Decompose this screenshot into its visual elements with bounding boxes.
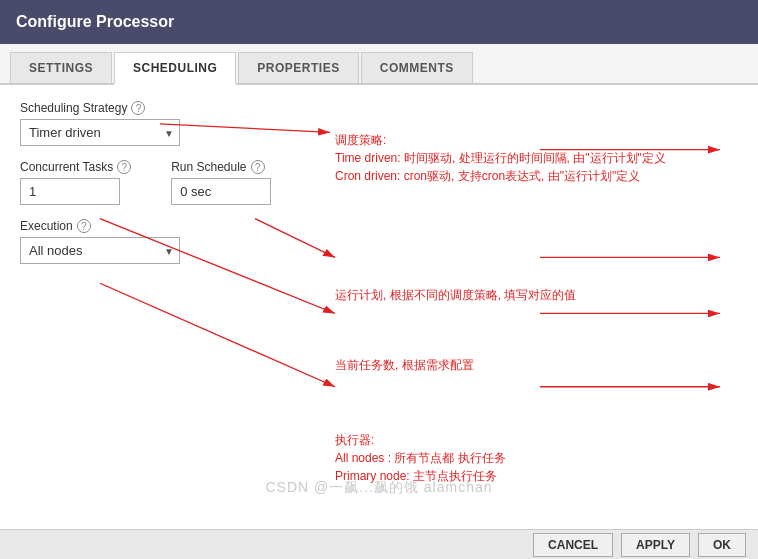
annotation-run-schedule: 运行计划, 根据不同的调度策略, 填写对应的值: [335, 286, 576, 304]
run-schedule-label: Run Schedule ?: [171, 160, 271, 174]
execution-select-wrapper: All nodes Primary node ▼: [20, 237, 180, 264]
execution-section: Execution ? All nodes Primary node ▼: [20, 219, 738, 264]
annotations-svg: [0, 85, 758, 529]
run-schedule-col: Run Schedule ?: [171, 160, 271, 219]
cancel-button[interactable]: CANCEL: [533, 533, 613, 557]
scheduling-strategy-label: Scheduling Strategy ?: [20, 101, 738, 115]
scheduling-strategy-select[interactable]: Timer driven Cron driven: [20, 119, 180, 146]
execution-label: Execution ?: [20, 219, 738, 233]
execution-select[interactable]: All nodes Primary node: [20, 237, 180, 264]
annotation-concurrent-tasks: 当前任务数, 根据需求配置: [335, 356, 474, 374]
dialog-title: Configure Processor: [16, 13, 174, 31]
concurrent-run-row: Concurrent Tasks ? Run Schedule ?: [20, 160, 738, 219]
ok-button[interactable]: OK: [698, 533, 746, 557]
scheduling-strategy-select-wrapper: Timer driven Cron driven ▼: [20, 119, 180, 146]
watermark: CSDN @一飙...飙的饿 alamchan: [0, 479, 758, 497]
concurrent-tasks-input[interactable]: [20, 178, 120, 205]
tab-settings[interactable]: SETTINGS: [10, 52, 112, 83]
concurrent-tasks-help-icon[interactable]: ?: [117, 160, 131, 174]
tabs-bar: SETTINGS SCHEDULING PROPERTIES COMMENTS: [0, 44, 758, 85]
concurrent-tasks-label: Concurrent Tasks ?: [20, 160, 131, 174]
tab-scheduling[interactable]: SCHEDULING: [114, 52, 236, 85]
footer-bar: CANCEL APPLY OK: [0, 529, 758, 559]
annotation-execution: 执行器: All nodes : 所有节点都 执行任务 Primary node…: [335, 431, 506, 485]
execution-help-icon[interactable]: ?: [77, 219, 91, 233]
scheduling-strategy-help-icon[interactable]: ?: [131, 101, 145, 115]
dialog-header: Configure Processor: [0, 0, 758, 44]
apply-button[interactable]: APPLY: [621, 533, 690, 557]
scheduling-strategy-section: Scheduling Strategy ? Timer driven Cron …: [20, 101, 738, 146]
run-schedule-input[interactable]: [171, 178, 271, 205]
concurrent-tasks-col: Concurrent Tasks ?: [20, 160, 131, 219]
run-schedule-help-icon[interactable]: ?: [251, 160, 265, 174]
tab-comments[interactable]: COMMENTS: [361, 52, 473, 83]
content-area: Scheduling Strategy ? Timer driven Cron …: [0, 85, 758, 529]
configure-processor-dialog: Configure Processor SETTINGS SCHEDULING …: [0, 0, 758, 559]
tab-properties[interactable]: PROPERTIES: [238, 52, 358, 83]
svg-line-4: [100, 283, 335, 386]
